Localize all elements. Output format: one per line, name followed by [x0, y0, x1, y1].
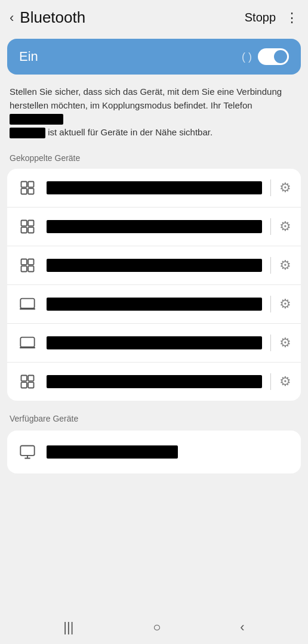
redacted-device-name [10, 114, 63, 125]
svg-rect-8 [21, 259, 27, 265]
svg-rect-15 [28, 376, 33, 381]
device-name-redacted [47, 375, 262, 388]
paired-device-row[interactable]: ⚙ [7, 208, 301, 246]
device-name-redacted [47, 259, 262, 272]
description-after: ist aktuell für Geräte in der Nähe sicht… [48, 127, 212, 137]
header: ‹ Bluetooth Stopp ⋮ [0, 0, 308, 35]
device-icon-grid [17, 371, 38, 392]
device-settings-icon[interactable]: ⚙ [279, 296, 291, 312]
divider [270, 335, 271, 351]
divider [270, 179, 271, 196]
svg-rect-3 [28, 188, 33, 194]
svg-rect-10 [21, 266, 27, 271]
device-name-redacted [47, 220, 262, 233]
device-settings-icon[interactable]: ⚙ [279, 258, 291, 273]
paired-device-row[interactable]: ⚙ [7, 169, 301, 208]
available-device-row[interactable] [7, 431, 301, 473]
svg-rect-16 [21, 382, 27, 388]
svg-rect-1 [28, 182, 33, 187]
back-button[interactable]: ‹ [10, 10, 14, 26]
svg-rect-2 [21, 188, 27, 194]
device-icon-grid [17, 255, 38, 276]
svg-rect-7 [28, 227, 33, 233]
available-devices-card [7, 431, 301, 473]
device-icon-laptop [17, 293, 38, 315]
toggle-label: Ein [19, 49, 38, 64]
available-device-name-redacted [47, 445, 178, 459]
paired-device-row[interactable]: ⚙ [7, 324, 301, 363]
bluetooth-toggle-card: Ein ( ) [7, 39, 301, 75]
device-icon-grid [17, 216, 38, 237]
description-before: Stellen Sie sicher, dass sich das Gerät,… [10, 86, 282, 110]
nav-menu-icon[interactable]: ||| [63, 620, 73, 635]
paired-section-label: Gekoppelte Geräte [0, 147, 308, 166]
device-name-redacted [47, 181, 262, 194]
divider [270, 296, 271, 312]
toggle-knob [274, 50, 287, 63]
divider [270, 373, 271, 390]
bottom-navigation: ||| ○ ‹ [0, 611, 308, 644]
available-section-label: Verfügbare Geräte [0, 408, 308, 427]
svg-rect-18 [20, 446, 34, 456]
device-name-redacted [47, 336, 262, 349]
more-options-icon[interactable]: ⋮ [285, 10, 298, 26]
nav-home-icon[interactable]: ○ [153, 620, 161, 635]
svg-rect-17 [28, 382, 33, 388]
paired-device-row[interactable]: ⚙ [7, 363, 301, 401]
paired-devices-card: ⚙ ⚙ ⚙ [7, 169, 301, 401]
paired-device-row[interactable]: ⚙ [7, 246, 301, 285]
divider [270, 218, 271, 235]
toggle-right: ( ) [242, 48, 289, 65]
available-section: Verfügbare Geräte [0, 408, 308, 473]
svg-rect-11 [28, 266, 33, 271]
stop-button[interactable]: Stopp [245, 11, 276, 24]
toggle-parens: ( ) [242, 51, 252, 63]
svg-rect-6 [21, 227, 27, 233]
svg-rect-0 [21, 182, 27, 187]
device-name-redacted [47, 298, 262, 311]
bluetooth-toggle[interactable] [258, 48, 289, 65]
svg-rect-12 [20, 299, 34, 308]
svg-rect-5 [28, 221, 33, 226]
paired-device-row[interactable]: ⚙ [7, 285, 301, 324]
redacted-device-name-2 [10, 128, 45, 138]
divider [270, 257, 271, 274]
description-text: Stellen Sie sicher, dass sich das Gerät,… [0, 75, 308, 147]
device-settings-icon[interactable]: ⚙ [279, 219, 291, 234]
svg-rect-9 [28, 259, 33, 265]
svg-rect-13 [20, 338, 34, 347]
device-icon-screen [17, 441, 38, 463]
device-settings-icon[interactable]: ⚙ [279, 374, 291, 389]
device-icon-grid [17, 177, 38, 199]
page-title: Bluetooth [20, 8, 244, 27]
device-settings-icon[interactable]: ⚙ [279, 180, 291, 196]
svg-rect-14 [21, 376, 27, 381]
svg-rect-4 [21, 221, 27, 226]
device-icon-laptop [17, 332, 38, 354]
nav-back-icon[interactable]: ‹ [240, 620, 244, 635]
device-settings-icon[interactable]: ⚙ [279, 335, 291, 351]
